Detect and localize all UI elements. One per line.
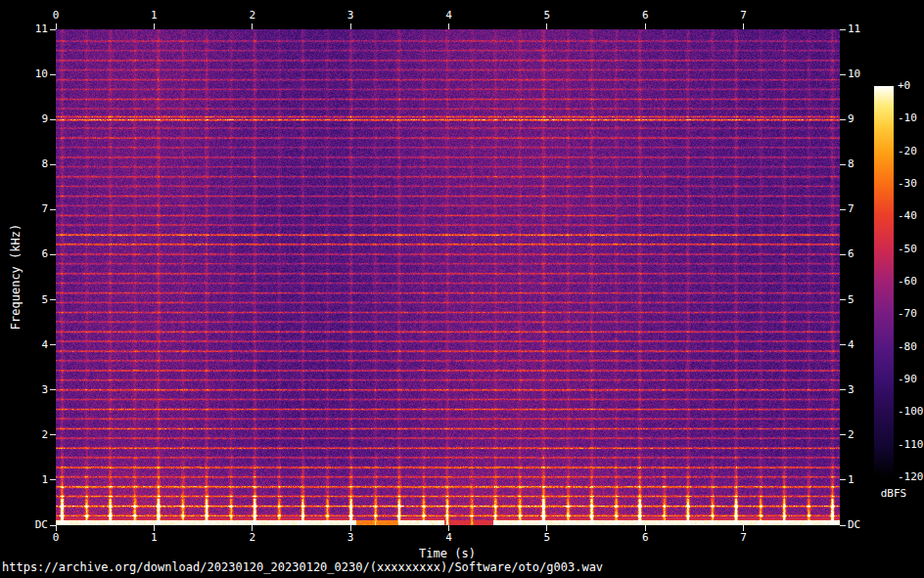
y-tick-mark-left (50, 119, 56, 120)
colorbar-tick-label: -120 (898, 471, 924, 483)
spectrogram-canvas (56, 29, 840, 525)
y-tick-label-right: DC (848, 519, 860, 531)
y-tick-label-left: 11 (35, 23, 48, 35)
x-tick-label-top: 5 (544, 10, 551, 22)
y-tick-mark-left (50, 254, 56, 255)
y-tick-label-right: 9 (848, 113, 855, 125)
y-tick-label-left: 1 (41, 474, 48, 486)
y-tick-label-right: 2 (848, 429, 855, 441)
y-tick-label-right: 4 (848, 339, 855, 351)
y-tick-label-left: 9 (41, 113, 48, 125)
x-tick-label-bottom: 7 (740, 532, 747, 544)
y-tick-label-left: 3 (41, 384, 48, 396)
y-tick-label-right: 1 (848, 474, 855, 486)
y-tick-label-left: 7 (41, 203, 48, 215)
y-tick-mark-left (50, 479, 56, 480)
y-tick-mark-right (840, 29, 846, 30)
y-tick-label-left: 6 (41, 248, 48, 260)
y-tick-label-right: 3 (848, 384, 855, 396)
x-axis-label: Time (s) (419, 547, 476, 560)
y-tick-mark-right (840, 525, 846, 526)
y-tick-mark-right (840, 479, 846, 480)
y-tick-mark-right (840, 389, 846, 390)
colorbar-tick-label: +0 (898, 80, 910, 92)
x-tick-label-bottom: 4 (445, 532, 452, 544)
y-tick-label-left: 5 (41, 294, 48, 306)
x-tick-label-top: 2 (249, 10, 255, 22)
x-tick-label-bottom: 5 (544, 532, 551, 544)
y-tick-mark-left (50, 164, 56, 165)
y-tick-mark-right (840, 434, 846, 435)
y-tick-mark-right (840, 209, 846, 210)
y-tick-mark-left (50, 74, 56, 75)
y-tick-mark-left (50, 344, 56, 345)
colorbar-tick-label: -80 (898, 341, 917, 353)
colorbar-tick-label: -40 (898, 210, 917, 222)
x-tick-mark-top (546, 23, 547, 29)
x-tick-label-top: 7 (740, 10, 747, 22)
y-tick-mark-left (50, 29, 56, 30)
y-tick-mark-right (840, 164, 846, 165)
y-tick-label-left: 2 (41, 429, 48, 441)
y-tick-label-left: DC (35, 519, 48, 531)
y-axis-label: Frequency (kHz) (9, 224, 23, 330)
x-tick-mark-top (154, 23, 155, 29)
y-tick-label-right: 11 (848, 23, 860, 35)
y-tick-label-left: 8 (41, 158, 48, 170)
x-tick-label-bottom: 1 (151, 532, 158, 544)
x-tick-label-top: 6 (642, 10, 649, 22)
x-tick-label-top: 0 (53, 10, 60, 22)
y-tick-mark-right (840, 74, 846, 75)
x-tick-mark-top (252, 23, 253, 29)
y-tick-label-left: 10 (35, 68, 48, 80)
y-tick-label-right: 5 (848, 294, 855, 306)
colorbar-tick-label: -90 (898, 374, 917, 385)
y-tick-label-right: 10 (848, 68, 860, 80)
y-tick-mark-left (50, 434, 56, 435)
y-tick-mark-left (50, 525, 56, 526)
y-tick-label-right: 7 (848, 203, 855, 215)
y-tick-mark-left (50, 389, 56, 390)
y-tick-mark-right (840, 119, 846, 120)
colorbar-tick-label: -20 (898, 146, 917, 157)
colorbar-tick-label: -50 (898, 244, 917, 255)
x-tick-label-bottom: 3 (347, 532, 354, 544)
spectrogram-window: Frequency (kHz) Time (s) dBFS https://ar… (0, 0, 924, 578)
y-tick-mark-right (840, 299, 846, 300)
x-tick-label-bottom: 6 (642, 532, 649, 544)
colorbar-tick-label: -60 (898, 276, 917, 288)
x-tick-mark-top (448, 23, 449, 29)
x-tick-label-top: 3 (347, 10, 354, 22)
colorbar-tick-label: -30 (898, 178, 917, 190)
colorbar-tick-label: -100 (898, 406, 924, 418)
y-tick-label-right: 6 (848, 248, 855, 260)
y-tick-label-left: 4 (41, 339, 48, 351)
y-tick-label-right: 8 (848, 158, 855, 170)
colorbar-gradient (874, 86, 894, 477)
source-url: https://archive.org/download/20230120_20… (2, 560, 603, 574)
y-tick-mark-right (840, 254, 846, 255)
y-tick-mark-right (840, 344, 846, 345)
x-tick-mark-top (350, 23, 351, 29)
x-tick-label-top: 1 (151, 10, 158, 22)
x-tick-label-bottom: 2 (249, 532, 255, 544)
x-tick-mark-top (743, 23, 744, 29)
y-tick-mark-left (50, 209, 56, 210)
x-tick-label-bottom: 0 (53, 532, 60, 544)
colorbar-unit-label: dBFS (872, 487, 915, 500)
y-tick-mark-left (50, 299, 56, 300)
colorbar-tick-label: -10 (898, 112, 917, 124)
colorbar-tick-label: -70 (898, 308, 917, 320)
x-tick-mark-top (645, 23, 646, 29)
colorbar-tick-label: -110 (898, 439, 924, 451)
x-tick-label-top: 4 (445, 10, 452, 22)
